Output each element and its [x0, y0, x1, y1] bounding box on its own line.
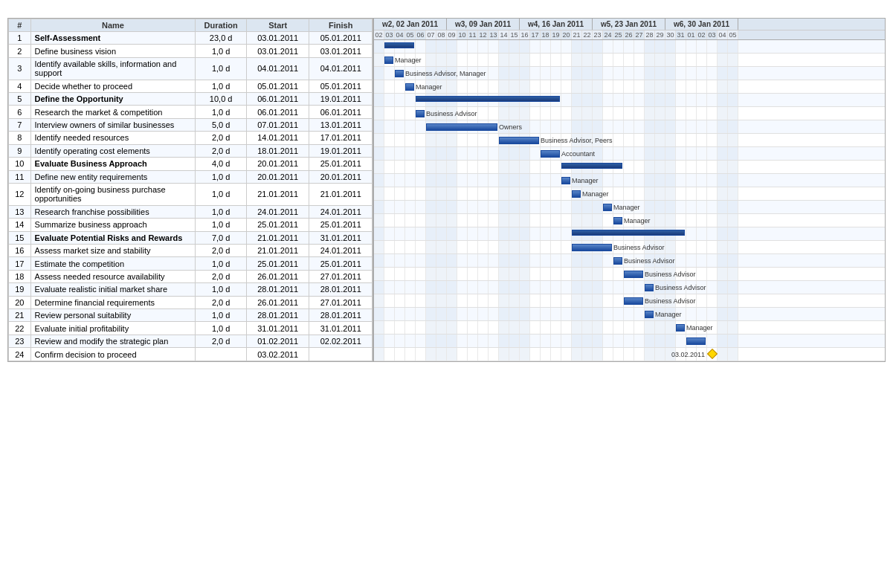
row-id: 12 [9, 183, 31, 205]
table-row: 7 Interview owners of similar businesses… [9, 118, 373, 131]
col-header-num: # [9, 19, 31, 32]
gantt-bar [426, 123, 497, 131]
row-name: Decide whether to proceed [30, 80, 196, 92]
gantt-resource-label: Manager [613, 204, 640, 211]
row-finish: 19.01.2011 [309, 93, 373, 106]
row-name: Research franchise possibilities [30, 205, 196, 218]
gantt-bar [405, 83, 414, 91]
col-header-name: Name [30, 19, 196, 32]
row-name: Evaluate realistic initial market share [30, 283, 196, 296]
row-id: 24 [9, 348, 31, 361]
table-row: 20 Determine financial requirements 2,0 … [9, 296, 373, 308]
row-finish: 25.01.2011 [309, 158, 373, 170]
gantt-day-header: 19 [551, 30, 561, 39]
table-row: 8 Identify needed resources 2,0 d 14.01.… [9, 132, 373, 144]
row-finish: 25.01.2011 [309, 257, 373, 270]
gantt-day-header: 16 [520, 30, 530, 39]
gantt-row: Manager [374, 80, 885, 94]
gantt-bar [416, 110, 425, 117]
row-duration: 1,0 d [196, 257, 247, 270]
gantt-day-header: 03 [707, 30, 718, 39]
row-name: Assess market size and stability [30, 244, 196, 256]
col-header-start: Start [246, 19, 309, 32]
gantt-row [374, 94, 885, 107]
gantt-row: Business Advisor, Manager [374, 67, 885, 80]
col-header-finish: Finish [309, 19, 373, 32]
row-name: Summarize business approach [30, 219, 196, 231]
gantt-resource-label: Business Advisor [645, 271, 696, 278]
gantt-week-header: w4, 16 Jan 2011 [520, 19, 593, 30]
gantt-day-header: 08 [436, 30, 447, 39]
row-finish: 19.01.2011 [309, 144, 373, 157]
gantt-bar [384, 56, 393, 64]
row-name: Review and modify the strategic plan [30, 335, 196, 347]
row-finish: 24.01.2011 [309, 205, 373, 218]
gantt-day-header: 09 [447, 30, 457, 39]
gantt-weeks-row: w2, 02 Jan 2011w3, 09 Jan 2011w4, 16 Jan… [374, 19, 885, 30]
row-duration: 5,0 d [196, 118, 247, 131]
row-duration: 4,0 d [196, 158, 247, 170]
row-name: Identify on-going business purchase oppo… [30, 183, 196, 205]
gantt-bar [572, 244, 612, 251]
row-id: 18 [9, 270, 31, 282]
gantt-row [374, 227, 885, 241]
gantt-bar [499, 137, 539, 144]
row-id: 7 [9, 118, 31, 131]
row-finish: 24.01.2011 [309, 244, 373, 256]
row-start: 05.01.2011 [246, 80, 309, 92]
row-duration: 2,0 d [196, 244, 247, 256]
row-name: Evaluate Business Approach [30, 158, 196, 170]
gantt-week-header: w3, 09 Jan 2011 [447, 19, 520, 30]
gantt-bar [613, 217, 622, 224]
gantt-row: Manager [374, 187, 885, 201]
row-finish [309, 348, 373, 361]
gantt-day-header: 26 [624, 30, 634, 39]
row-name: Define business vision [30, 45, 196, 57]
row-start: 03.02.2011 [246, 348, 309, 361]
row-finish: 05.01.2011 [309, 80, 373, 92]
table-row: 23 Review and modify the strategic plan … [9, 335, 373, 347]
row-duration: 1,0 d [196, 205, 247, 218]
row-start: 28.01.2011 [246, 309, 309, 322]
row-start: 20.01.2011 [246, 170, 309, 183]
row-duration: 2,0 d [196, 296, 247, 308]
table-row: 17 Estimate the competition 1,0 d 25.01.… [9, 257, 373, 270]
row-duration: 1,0 d [196, 170, 247, 183]
gantt-resource-label: Manager [572, 177, 599, 184]
row-start: 25.01.2011 [246, 219, 309, 231]
table-row: 14 Summarize business approach 1,0 d 25.… [9, 219, 373, 231]
row-id: 8 [9, 132, 31, 144]
table-row: 16 Assess market size and stability 2,0 … [9, 244, 373, 256]
gantt-day-header: 05 [728, 30, 738, 39]
row-finish: 31.01.2011 [309, 231, 373, 244]
row-id: 17 [9, 257, 31, 270]
gantt-resource-label: Owners [499, 123, 522, 131]
gantt-day-header: 30 [665, 30, 676, 39]
gantt-day-header: 02 [374, 30, 384, 39]
table-row: 4 Decide whether to proceed 1,0 d 05.01.… [9, 80, 373, 92]
gantt-bar [624, 297, 643, 305]
gantt-day-header: 17 [530, 30, 541, 39]
row-id: 2 [9, 45, 31, 57]
row-duration: 1,0 d [196, 45, 247, 57]
row-duration: 10,0 d [196, 93, 247, 106]
row-finish: 21.01.2011 [309, 183, 373, 205]
row-duration: 1,0 d [196, 219, 247, 231]
gantt-day-header: 23 [593, 30, 603, 39]
gantt-row: Manager [374, 54, 885, 67]
row-id: 14 [9, 219, 31, 231]
row-finish: 03.01.2011 [309, 45, 373, 57]
row-name: Define new entity requirements [30, 170, 196, 183]
row-name: Identify operating cost elements [30, 144, 196, 157]
gantt-day-header: 27 [634, 30, 645, 39]
gantt-day-header: 20 [561, 30, 572, 39]
row-start: 06.01.2011 [246, 106, 309, 118]
gantt-resource-label: Business Advisor [624, 257, 675, 265]
gantt-row [374, 40, 885, 54]
table-row: 6 Research the market & competition 1,0 … [9, 106, 373, 118]
row-start: 24.01.2011 [246, 205, 309, 218]
row-start: 04.01.2011 [246, 57, 309, 80]
gantt-bar [624, 271, 643, 278]
gantt-day-header: 15 [509, 30, 520, 39]
row-finish: 17.01.2011 [309, 132, 373, 144]
